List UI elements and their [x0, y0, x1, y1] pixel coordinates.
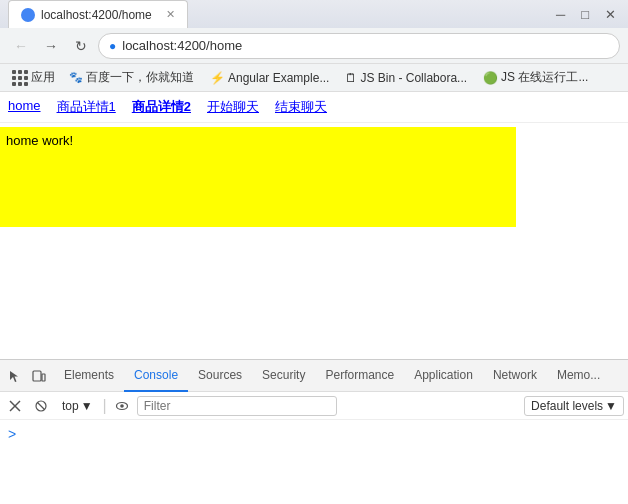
device-toggle-button[interactable] — [28, 365, 50, 387]
tab-close[interactable]: ✕ — [166, 8, 175, 21]
tab-elements[interactable]: Elements — [54, 360, 124, 392]
tab-security-label: Security — [262, 368, 305, 382]
apps-label: 应用 — [31, 69, 55, 86]
tab-network[interactable]: Network — [483, 360, 547, 392]
title-bar: localhost:4200/home ✕ ─ □ ✕ — [0, 0, 628, 28]
default-levels-dropdown[interactable]: Default levels ▼ — [524, 396, 624, 416]
jsonline-favicon: 🟢 — [483, 71, 498, 85]
back-button[interactable]: ← — [8, 33, 34, 59]
context-dropdown-arrow: ▼ — [81, 399, 93, 413]
nav-product1[interactable]: 商品详情1 — [49, 96, 124, 118]
toolbar-separator: | — [103, 397, 107, 415]
tab-memory[interactable]: Memo... — [547, 360, 610, 392]
devtools-tabs-bar: Elements Console Sources Security Perfor… — [0, 360, 628, 392]
tab-memory-label: Memo... — [557, 368, 600, 382]
clear-icon — [8, 399, 22, 413]
jsbin-favicon: 🗒 — [345, 71, 357, 85]
reload-button[interactable]: ↻ — [68, 33, 94, 59]
tab-favicon — [21, 8, 35, 22]
apps-button[interactable]: 应用 — [8, 67, 59, 88]
block-button[interactable] — [30, 395, 52, 417]
window-close[interactable]: ✕ — [605, 7, 616, 22]
devtools-tab-area: Elements Console Sources Security Perfor… — [54, 360, 624, 392]
default-levels-label: Default levels — [531, 399, 603, 413]
tab-performance[interactable]: Performance — [315, 360, 404, 392]
inspect-element-button[interactable] — [4, 365, 26, 387]
block-icon — [34, 399, 48, 413]
bookmark-jsonline[interactable]: 🟢 JS 在线运行工... — [477, 67, 594, 88]
svg-marker-0 — [10, 371, 18, 382]
bookmark-jsbin[interactable]: 🗒 JS Bin - Collabora... — [339, 69, 473, 87]
console-area[interactable]: > — [0, 420, 628, 480]
page-content: home 商品详情1 商品详情2 开始聊天 结束聊天 home work! — [0, 92, 628, 352]
page-main-content: home work! — [0, 127, 516, 227]
svg-line-6 — [38, 402, 45, 409]
nav-home[interactable]: home — [0, 96, 49, 118]
tab-elements-label: Elements — [64, 368, 114, 382]
angular-favicon: ⚡ — [210, 71, 225, 85]
device-icon — [32, 369, 46, 383]
svg-point-8 — [120, 404, 124, 408]
devtools-panel: Elements Console Sources Security Perfor… — [0, 359, 628, 504]
nav-bar: ← → ↻ ● localhost:4200/home — [0, 28, 628, 64]
nav-start-chat[interactable]: 开始聊天 — [199, 96, 267, 118]
tab-title: localhost:4200/home — [41, 8, 152, 22]
address-bar[interactable]: ● localhost:4200/home — [98, 33, 620, 59]
page-nav: home 商品详情1 商品详情2 开始聊天 结束聊天 — [0, 92, 628, 123]
window-minimize[interactable]: ─ — [556, 7, 565, 22]
bookmark-angular[interactable]: ⚡ Angular Example... — [204, 69, 335, 87]
tab-console-label: Console — [134, 368, 178, 382]
console-prompt: > — [8, 426, 16, 442]
cursor-icon — [8, 369, 22, 383]
home-work-text: home work! — [6, 133, 73, 148]
nav-end-chat[interactable]: 结束聊天 — [267, 96, 335, 118]
svg-rect-2 — [42, 374, 45, 381]
console-filter-input[interactable] — [137, 396, 337, 416]
context-selector[interactable]: top ▼ — [56, 397, 99, 415]
baidu-favicon: 🐾 — [69, 71, 83, 84]
browser-window: localhost:4200/home ✕ ─ □ ✕ ← → ↻ ● loca… — [0, 0, 628, 504]
svg-rect-1 — [33, 371, 41, 381]
address-text: localhost:4200/home — [122, 38, 242, 53]
nav-product2[interactable]: 商品详情2 — [124, 96, 199, 118]
eye-button[interactable] — [111, 395, 133, 417]
lock-icon: ● — [109, 39, 116, 53]
tab-performance-label: Performance — [325, 368, 394, 382]
bookmark-baidu-label: 百度一下，你就知道 — [86, 69, 194, 86]
tab-security[interactable]: Security — [252, 360, 315, 392]
devtools-left-icons — [4, 365, 50, 387]
bookmark-jsonline-label: JS 在线运行工... — [501, 69, 588, 86]
forward-button[interactable]: → — [38, 33, 64, 59]
levels-dropdown-arrow: ▼ — [605, 399, 617, 413]
devtools-toolbar: top ▼ | Default levels ▼ — [0, 392, 628, 420]
tab-sources[interactable]: Sources — [188, 360, 252, 392]
tab-sources-label: Sources — [198, 368, 242, 382]
tab-application-label: Application — [414, 368, 473, 382]
clear-console-button[interactable] — [4, 395, 26, 417]
eye-icon — [115, 399, 129, 413]
tab-application[interactable]: Application — [404, 360, 483, 392]
browser-tab[interactable]: localhost:4200/home ✕ — [8, 0, 188, 28]
tab-network-label: Network — [493, 368, 537, 382]
bookmark-baidu[interactable]: 🐾 百度一下，你就知道 — [63, 67, 200, 88]
bookmarks-bar: 应用 🐾 百度一下，你就知道 ⚡ Angular Example... 🗒 JS… — [0, 64, 628, 92]
tab-console[interactable]: Console — [124, 360, 188, 392]
apps-grid-icon — [12, 70, 28, 86]
bookmark-angular-label: Angular Example... — [228, 71, 329, 85]
window-maximize[interactable]: □ — [581, 7, 589, 22]
context-label: top — [62, 399, 79, 413]
bookmark-jsbin-label: JS Bin - Collabora... — [360, 71, 467, 85]
